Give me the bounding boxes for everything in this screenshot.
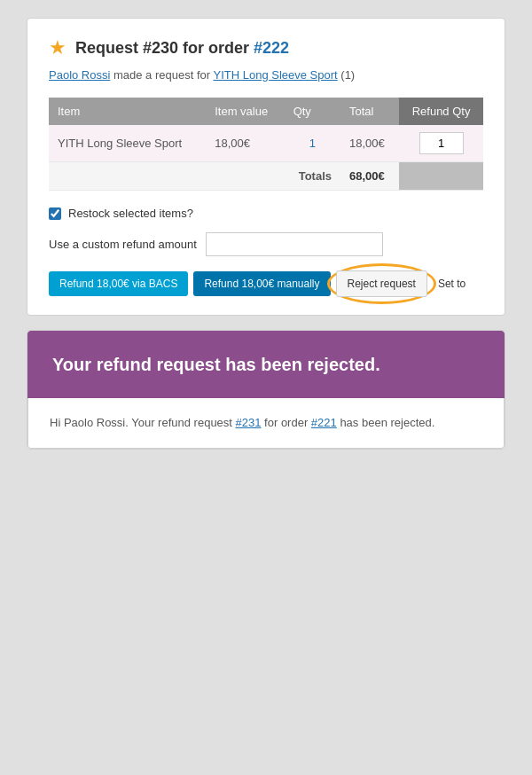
- notification-banner: Your refund request has been rejected.: [27, 331, 505, 398]
- action-buttons: Refund 18,00€ via BACS Refund 18,00€ man…: [49, 270, 483, 297]
- customer-link[interactable]: Paolo Rossi: [49, 68, 110, 82]
- reject-request-button[interactable]: Reject request: [336, 270, 427, 297]
- notification-banner-text: Your refund request has been rejected.: [52, 352, 480, 377]
- custom-refund-input[interactable]: [206, 232, 383, 256]
- item-value-cell: 18,00€: [206, 125, 284, 162]
- custom-refund-row: Use a custom refund amount: [49, 232, 483, 256]
- totals-label: Totals: [285, 162, 340, 191]
- restock-label: Restock selected items?: [68, 207, 193, 220]
- star-icon: ★: [49, 36, 66, 59]
- refund-qty-cell: [399, 125, 483, 162]
- request-subtitle: Paolo Rossi made a request for YITH Long…: [49, 68, 483, 82]
- restock-checkbox[interactable]: [49, 207, 61, 220]
- col-header-item-value: Item value: [206, 98, 284, 125]
- request-link[interactable]: #231: [236, 416, 262, 429]
- request-card: ★ Request #230 for order #222 Paolo Ross…: [27, 18, 505, 316]
- col-header-refund-qty: Refund Qty: [399, 98, 483, 125]
- order-link[interactable]: #222: [254, 39, 289, 57]
- reject-wrapper: Reject request: [336, 270, 427, 297]
- refund-manually-button[interactable]: Refund 18,00€ manually: [193, 271, 330, 296]
- request-title: Request #230 for order #222: [75, 39, 289, 58]
- col-header-qty: Qty: [285, 98, 340, 125]
- totals-row: Totals 68,00€: [49, 162, 483, 191]
- notification-body: Hi Paolo Rossi. Your refund request #231…: [27, 398, 505, 449]
- set-to-button[interactable]: Set to: [433, 271, 471, 296]
- col-header-total: Total: [340, 98, 399, 125]
- restock-row: Restock selected items?: [49, 207, 483, 220]
- total-cell: 18,00€: [340, 125, 399, 162]
- order-ref-link[interactable]: #221: [311, 416, 337, 429]
- custom-refund-label: Use a custom refund amount: [49, 238, 197, 251]
- qty-cell: 1: [285, 125, 340, 162]
- col-header-item: Item: [49, 98, 206, 125]
- table-row: YITH Long Sleeve Sport 18,00€ 1 18,00€: [49, 125, 483, 162]
- refund-qty-input[interactable]: [419, 132, 464, 154]
- request-title-text: Request #230 for order: [75, 39, 254, 57]
- product-link[interactable]: YITH Long Sleeve Sport: [213, 68, 337, 82]
- notification-card: Your refund request has been rejected. H…: [27, 330, 505, 450]
- refund-table: Item Item value Qty Total Refund Qty YIT…: [49, 98, 483, 191]
- totals-amount: 68,00€: [340, 162, 399, 191]
- notification-message: Hi Paolo Rossi. Your refund request #231…: [50, 414, 482, 432]
- refund-bacs-button[interactable]: Refund 18,00€ via BACS: [49, 271, 188, 296]
- item-name-cell: YITH Long Sleeve Sport: [49, 125, 206, 162]
- request-header: ★ Request #230 for order #222: [49, 36, 483, 59]
